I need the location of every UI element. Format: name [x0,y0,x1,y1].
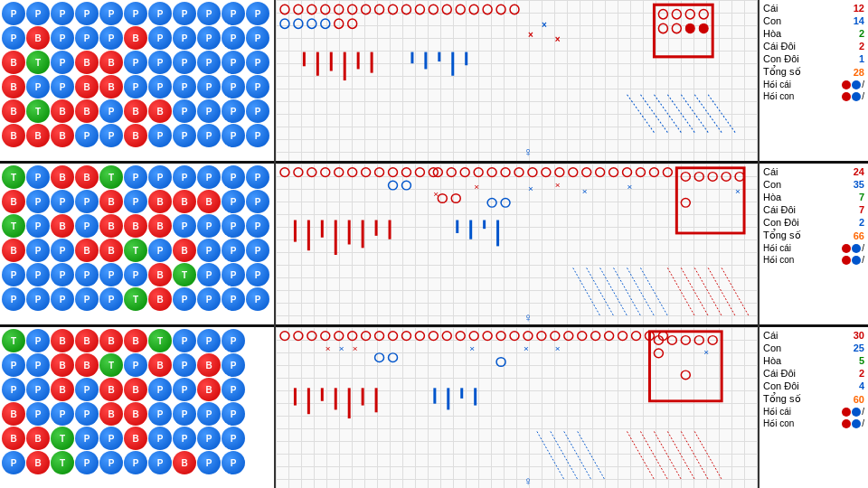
svg-point-149 [551,332,560,341]
svg-point-27 [685,9,694,18]
circle: P [197,99,221,123]
svg-line-124 [681,267,708,315]
stat-row-cai-2: Cái 24 [763,165,864,178]
hoi-cai-label: Hồi cái [763,80,791,89]
circle: P [148,75,172,99]
circle: B [148,353,172,377]
hoi-cai-indicator: / [842,80,864,89]
svg-point-29 [658,23,667,33]
svg-text:♀: ♀ [524,144,533,158]
svg-point-71 [487,168,496,177]
circle: P [148,402,172,426]
svg-rect-186 [474,388,476,405]
circle: P [51,2,74,25]
svg-point-95 [487,198,496,207]
circle: P [124,165,147,189]
svg-point-132 [321,332,330,341]
hoi-cai-circle-red-2 [842,244,851,253]
svg-text:×: × [469,343,475,353]
circle-row: T P B B B B T P P P [2,329,272,352]
circle: P [51,263,74,286]
svg-line-122 [640,267,667,315]
grid-section-1: P P P P P P P P P P P P B P P P B P P P … [0,0,274,164]
stat-row-hoa-2: Hòa 7 [763,191,864,203]
svg-point-23 [348,19,357,28]
circle: P [222,124,245,147]
hoi-con-slash-3: / [862,418,864,428]
hoi-cai-indicator-2: / [842,243,864,253]
hoi-cai-label-2: Hồi cái [763,243,791,253]
circle: B [75,51,99,74]
svg-point-150 [564,332,573,341]
circle: B [99,239,123,262]
circle: P [222,99,245,123]
circle: P [26,165,50,189]
circle: B [26,427,50,450]
chart-section-3: × × × × × × [276,327,758,488]
hoi-cai-row-2: Hồi cái / [763,242,864,254]
hoi-con-circle-red [842,92,851,101]
hoi-con-indicator: / [842,91,864,101]
circle: B [148,287,172,311]
cai-doi-label-2: Cái Đôi [763,204,796,215]
con-doi-value-3: 4 [859,380,864,391]
svg-point-170 [681,336,690,345]
svg-point-175 [681,371,690,380]
circle: P [173,75,196,99]
hoi-con-row: Hồi con / [763,90,864,102]
circle: B [2,239,25,262]
stat-row-hoa: Hòa 2 [763,27,864,40]
svg-rect-177 [307,388,310,414]
circle-row: P P B P B B P P B P [2,378,272,401]
svg-point-138 [401,332,410,341]
circle: P [75,427,99,450]
circle: B [2,124,25,147]
svg-line-51 [681,95,708,133]
svg-rect-185 [460,388,463,399]
chart-section-2: × × × × × × [276,164,758,327]
circle: T [2,214,25,238]
circle: P [75,190,99,213]
svg-point-84 [663,168,672,177]
hoa-value: 2 [859,28,864,39]
svg-point-141 [442,332,451,341]
circle: P [222,353,245,377]
svg-point-22 [335,19,344,28]
circle: B [99,214,123,238]
svg-line-119 [600,267,627,315]
circle: B [197,378,221,401]
circle: P [75,287,99,311]
circle: P [246,239,269,262]
svg-rect-34 [316,52,319,76]
svg-text:×: × [555,34,561,44]
svg-rect-107 [321,221,324,238]
right-panel: Cái 12 Con 14 Hòa 2 Cái Đôi 2 Con Đôi 1 … [760,0,868,488]
circle: B [2,190,25,213]
svg-line-118 [587,267,614,315]
circle: B [26,26,50,50]
svg-point-145 [496,332,505,341]
svg-line-47 [627,95,655,133]
circle-row: B T P B B P P P P P P [2,51,272,74]
svg-point-99 [694,173,703,182]
circle: P [222,239,245,262]
circle: P [222,329,245,352]
circle: P [99,427,123,450]
hoa-value-3: 5 [859,355,864,366]
svg-line-125 [694,267,722,315]
svg-point-58 [321,168,330,177]
svg-text:×: × [703,347,709,357]
circle: P [75,124,99,147]
circle: P [173,165,196,189]
circle: P [197,451,221,474]
circle: B [51,165,74,189]
circle: B [51,329,74,352]
circle: P [246,190,269,213]
svg-rect-110 [362,221,364,249]
svg-rect-106 [307,221,310,251]
hoa-value-2: 7 [859,192,864,202]
circle: P [197,427,221,450]
circle: P [222,75,245,99]
circle: P [222,451,245,474]
hoi-con-circle-red-3 [842,419,851,428]
